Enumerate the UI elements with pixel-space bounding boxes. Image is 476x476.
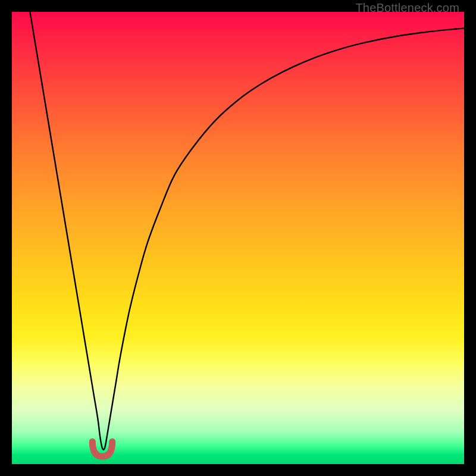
bottleneck-curve	[30, 12, 464, 450]
plot-area	[12, 12, 464, 464]
watermark-text: TheBottleneck.com	[355, 1, 459, 15]
curve-svg	[12, 12, 464, 464]
chart-frame: TheBottleneck.com	[0, 0, 476, 476]
